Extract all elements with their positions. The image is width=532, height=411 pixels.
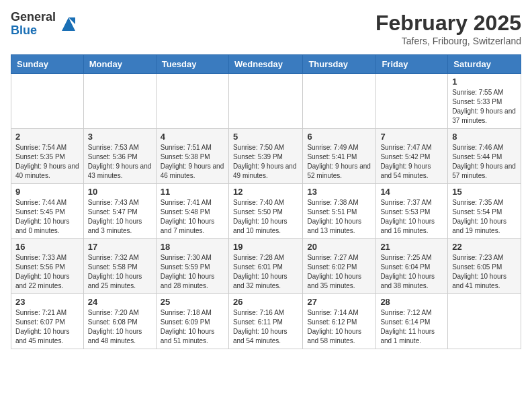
day-info: Sunrise: 7:50 AM Sunset: 5:39 PM Dayligh… xyxy=(233,143,298,181)
weekday-header-friday: Friday xyxy=(376,55,448,74)
calendar-cell: 12Sunrise: 7:40 AM Sunset: 5:50 PM Dayli… xyxy=(228,184,302,239)
day-info: Sunrise: 7:51 AM Sunset: 5:38 PM Dayligh… xyxy=(161,143,224,181)
weekday-header-saturday: Saturday xyxy=(448,55,521,74)
day-number: 17 xyxy=(88,242,152,252)
calendar-cell: 22Sunrise: 7:23 AM Sunset: 6:05 PM Dayli… xyxy=(448,239,521,294)
logo-blue-text: Blue xyxy=(11,24,56,38)
day-info: Sunrise: 7:33 AM Sunset: 5:56 PM Dayligh… xyxy=(15,253,79,291)
day-info: Sunrise: 7:23 AM Sunset: 6:05 PM Dayligh… xyxy=(452,253,517,291)
day-number: 2 xyxy=(15,132,79,142)
calendar-cell: 21Sunrise: 7:25 AM Sunset: 6:04 PM Dayli… xyxy=(376,239,448,294)
calendar-cell: 8Sunrise: 7:46 AM Sunset: 5:44 PM Daylig… xyxy=(448,129,521,184)
calendar-cell: 14Sunrise: 7:37 AM Sunset: 5:53 PM Dayli… xyxy=(376,184,448,239)
day-number: 24 xyxy=(88,297,152,307)
day-number: 5 xyxy=(233,132,298,142)
day-info: Sunrise: 7:43 AM Sunset: 5:47 PM Dayligh… xyxy=(88,198,152,236)
calendar-cell: 16Sunrise: 7:33 AM Sunset: 5:56 PM Dayli… xyxy=(11,239,84,294)
calendar-cell xyxy=(228,74,302,129)
calendar-cell: 18Sunrise: 7:30 AM Sunset: 5:59 PM Dayli… xyxy=(156,239,228,294)
title-section: February 2025 Tafers, Fribourg, Switzerl… xyxy=(375,11,521,46)
day-info: Sunrise: 7:14 AM Sunset: 6:12 PM Dayligh… xyxy=(307,308,371,346)
page-header: General Blue February 2025 Tafers, Fribo… xyxy=(11,11,521,46)
day-info: Sunrise: 7:16 AM Sunset: 6:11 PM Dayligh… xyxy=(233,308,298,346)
day-number: 11 xyxy=(161,187,224,197)
calendar-cell xyxy=(83,74,156,129)
day-info: Sunrise: 7:12 AM Sunset: 6:14 PM Dayligh… xyxy=(380,308,443,346)
logo-icon xyxy=(58,14,79,34)
day-number: 20 xyxy=(307,242,371,252)
calendar-cell: 9Sunrise: 7:44 AM Sunset: 5:45 PM Daylig… xyxy=(11,184,84,239)
calendar-cell: 20Sunrise: 7:27 AM Sunset: 6:02 PM Dayli… xyxy=(303,239,376,294)
day-info: Sunrise: 7:40 AM Sunset: 5:50 PM Dayligh… xyxy=(233,198,298,236)
day-number: 1 xyxy=(452,77,517,87)
calendar-cell: 10Sunrise: 7:43 AM Sunset: 5:47 PM Dayli… xyxy=(83,184,156,239)
calendar-cell: 15Sunrise: 7:35 AM Sunset: 5:54 PM Dayli… xyxy=(448,184,521,239)
day-info: Sunrise: 7:32 AM Sunset: 5:58 PM Dayligh… xyxy=(88,253,152,291)
day-number: 27 xyxy=(307,297,371,307)
calendar-week-row: 2Sunrise: 7:54 AM Sunset: 5:35 PM Daylig… xyxy=(11,129,521,184)
day-info: Sunrise: 7:53 AM Sunset: 5:36 PM Dayligh… xyxy=(88,143,152,181)
day-info: Sunrise: 7:35 AM Sunset: 5:54 PM Dayligh… xyxy=(452,198,517,236)
calendar-cell: 23Sunrise: 7:21 AM Sunset: 6:07 PM Dayli… xyxy=(11,294,84,349)
calendar-cell xyxy=(156,74,228,129)
day-number: 15 xyxy=(452,187,517,197)
calendar-cell: 6Sunrise: 7:49 AM Sunset: 5:41 PM Daylig… xyxy=(303,129,376,184)
month-year-title: February 2025 xyxy=(375,11,521,36)
calendar-cell xyxy=(448,294,521,349)
day-number: 13 xyxy=(307,187,371,197)
calendar-cell: 5Sunrise: 7:50 AM Sunset: 5:39 PM Daylig… xyxy=(228,129,302,184)
day-info: Sunrise: 7:21 AM Sunset: 6:07 PM Dayligh… xyxy=(15,308,79,346)
day-number: 10 xyxy=(88,187,152,197)
day-number: 16 xyxy=(15,242,79,252)
calendar-cell xyxy=(376,74,448,129)
day-number: 7 xyxy=(380,132,443,142)
logo-general-text: General xyxy=(11,11,56,24)
day-number: 23 xyxy=(15,297,79,307)
day-info: Sunrise: 7:55 AM Sunset: 5:33 PM Dayligh… xyxy=(452,88,517,126)
day-info: Sunrise: 7:28 AM Sunset: 6:01 PM Dayligh… xyxy=(233,253,298,291)
day-info: Sunrise: 7:41 AM Sunset: 5:48 PM Dayligh… xyxy=(161,198,224,236)
day-info: Sunrise: 7:38 AM Sunset: 5:51 PM Dayligh… xyxy=(307,198,371,236)
calendar-week-row: 23Sunrise: 7:21 AM Sunset: 6:07 PM Dayli… xyxy=(11,294,521,349)
day-info: Sunrise: 7:37 AM Sunset: 5:53 PM Dayligh… xyxy=(380,198,443,236)
day-info: Sunrise: 7:54 AM Sunset: 5:35 PM Dayligh… xyxy=(15,143,79,181)
day-info: Sunrise: 7:25 AM Sunset: 6:04 PM Dayligh… xyxy=(380,253,443,291)
calendar-cell xyxy=(11,74,84,129)
calendar-cell: 19Sunrise: 7:28 AM Sunset: 6:01 PM Dayli… xyxy=(228,239,302,294)
day-number: 25 xyxy=(161,297,224,307)
calendar-cell: 11Sunrise: 7:41 AM Sunset: 5:48 PM Dayli… xyxy=(156,184,228,239)
calendar-cell: 13Sunrise: 7:38 AM Sunset: 5:51 PM Dayli… xyxy=(303,184,376,239)
day-number: 4 xyxy=(161,132,224,142)
day-number: 12 xyxy=(233,187,298,197)
day-number: 14 xyxy=(380,187,443,197)
calendar-cell: 4Sunrise: 7:51 AM Sunset: 5:38 PM Daylig… xyxy=(156,129,228,184)
calendar-cell: 7Sunrise: 7:47 AM Sunset: 5:42 PM Daylig… xyxy=(376,129,448,184)
day-number: 28 xyxy=(380,297,443,307)
day-number: 18 xyxy=(161,242,224,252)
calendar-cell: 24Sunrise: 7:20 AM Sunset: 6:08 PM Dayli… xyxy=(83,294,156,349)
calendar-cell: 1Sunrise: 7:55 AM Sunset: 5:33 PM Daylig… xyxy=(448,74,521,129)
day-number: 22 xyxy=(452,242,517,252)
calendar-week-row: 1Sunrise: 7:55 AM Sunset: 5:33 PM Daylig… xyxy=(11,74,521,129)
calendar-cell: 17Sunrise: 7:32 AM Sunset: 5:58 PM Dayli… xyxy=(83,239,156,294)
weekday-header-wednesday: Wednesday xyxy=(228,55,302,74)
day-number: 8 xyxy=(452,132,517,142)
weekday-header-row: SundayMondayTuesdayWednesdayThursdayFrid… xyxy=(11,55,521,74)
calendar-cell: 25Sunrise: 7:18 AM Sunset: 6:09 PM Dayli… xyxy=(156,294,228,349)
day-info: Sunrise: 7:27 AM Sunset: 6:02 PM Dayligh… xyxy=(307,253,371,291)
location-subtitle: Tafers, Fribourg, Switzerland xyxy=(375,36,521,46)
calendar-week-row: 9Sunrise: 7:44 AM Sunset: 5:45 PM Daylig… xyxy=(11,184,521,239)
calendar-week-row: 16Sunrise: 7:33 AM Sunset: 5:56 PM Dayli… xyxy=(11,239,521,294)
calendar-table: SundayMondayTuesdayWednesdayThursdayFrid… xyxy=(11,54,521,349)
calendar-cell xyxy=(303,74,376,129)
calendar-cell: 3Sunrise: 7:53 AM Sunset: 5:36 PM Daylig… xyxy=(83,129,156,184)
weekday-header-monday: Monday xyxy=(83,55,156,74)
day-info: Sunrise: 7:47 AM Sunset: 5:42 PM Dayligh… xyxy=(380,143,443,181)
day-info: Sunrise: 7:20 AM Sunset: 6:08 PM Dayligh… xyxy=(88,308,152,346)
day-info: Sunrise: 7:30 AM Sunset: 5:59 PM Dayligh… xyxy=(161,253,224,291)
logo: General Blue xyxy=(11,11,79,38)
day-info: Sunrise: 7:49 AM Sunset: 5:41 PM Dayligh… xyxy=(307,143,371,181)
calendar-cell: 2Sunrise: 7:54 AM Sunset: 5:35 PM Daylig… xyxy=(11,129,84,184)
weekday-header-sunday: Sunday xyxy=(11,55,84,74)
day-number: 3 xyxy=(88,132,152,142)
